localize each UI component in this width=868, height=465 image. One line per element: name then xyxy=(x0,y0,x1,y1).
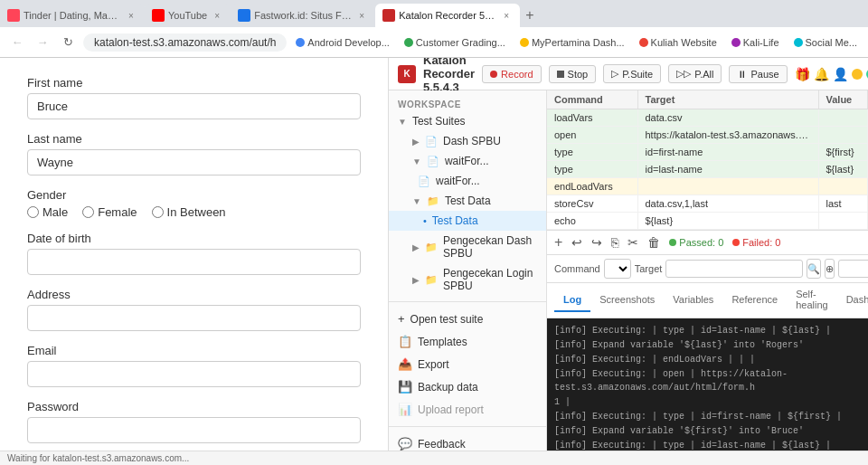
tab-fastwork-close[interactable]: × xyxy=(355,9,368,22)
reload-button[interactable]: ↻ xyxy=(58,33,78,52)
tab-fastwork-title: Fastwork.id: Situs Freelance... xyxy=(254,10,352,21)
tab-tinder[interactable]: Tinder | Dating, Make Frien... × xyxy=(0,4,145,27)
test-data-folder-label: Test Data xyxy=(445,195,491,207)
command-table: Command Target Value loadVars data.csv o… xyxy=(547,90,868,230)
sidebar-pengecekan-login[interactable]: ▶ 📁 Pengecekan Login SPBU xyxy=(389,263,546,296)
bookmark-pertamina[interactable]: MyPertamina Dash... xyxy=(516,35,628,50)
gender-male-radio[interactable] xyxy=(27,206,39,218)
feedback-icon: 💬 xyxy=(398,437,412,451)
feedback-label: Feedback xyxy=(418,438,466,451)
password-input[interactable] xyxy=(27,417,361,443)
target-search-button[interactable]: 🔍 xyxy=(807,259,821,279)
sidebar-dash-spbu[interactable]: ▶ 📄 Dash SPBU xyxy=(389,131,546,151)
tab-dashboard[interactable]: Dashboard xyxy=(837,289,868,312)
new-tab-button[interactable]: + xyxy=(520,4,539,27)
bookmark-customer[interactable]: Customer Grading... xyxy=(401,35,509,50)
gender-male-option[interactable]: Male xyxy=(27,205,68,219)
tab-tinder-close[interactable]: × xyxy=(125,9,137,22)
cmd-cell: storeCsv xyxy=(547,195,637,213)
address-bar[interactable] xyxy=(83,33,287,52)
test-data-active-icon: • xyxy=(423,215,427,226)
address-input[interactable] xyxy=(27,305,361,331)
play-suite-button[interactable]: ▷ P.Suite xyxy=(603,64,661,83)
cut-button[interactable]: ✂ xyxy=(627,235,638,250)
back-button[interactable]: ← xyxy=(7,33,27,52)
passed-status: Passed: 0 xyxy=(669,237,723,248)
last-name-input[interactable] xyxy=(27,149,361,176)
table-row[interactable]: echo ${last} xyxy=(547,213,868,230)
tab-screenshots[interactable]: Screenshots xyxy=(590,289,664,312)
sidebar-test-data-folder[interactable]: ▼ 📁 Test Data xyxy=(389,191,546,211)
table-row[interactable]: type id=last-name ${last} xyxy=(547,161,868,178)
passed-label: Passed: 0 xyxy=(679,237,723,248)
action-templates[interactable]: 📋 Templates xyxy=(389,330,546,353)
play-suite-label: P.Suite xyxy=(622,69,653,80)
bookmark-kali[interactable]: Kali-Life xyxy=(728,35,783,50)
sidebar-test-suites[interactable]: ▼ Test Suites xyxy=(389,111,546,131)
table-row[interactable]: type id=first-name ${first} xyxy=(547,144,868,161)
forward-button[interactable]: → xyxy=(33,33,52,52)
gender-female-radio[interactable] xyxy=(82,206,94,218)
bookmark-social[interactable]: Social Me... xyxy=(790,35,861,50)
last-name-label: Last name xyxy=(27,132,361,146)
tab-youtube[interactable]: YouTube × xyxy=(145,4,231,27)
gift-icon[interactable]: 🎁 xyxy=(795,67,810,81)
tab-variables[interactable]: Variables xyxy=(664,289,722,312)
value-input[interactable] xyxy=(838,260,868,278)
gender-inbetween-radio[interactable] xyxy=(152,206,164,218)
record-button[interactable]: Record xyxy=(482,65,541,83)
stop-button[interactable]: Stop xyxy=(549,65,597,83)
action-open-test-suite[interactable]: + Open test suite xyxy=(389,308,546,330)
failed-dot xyxy=(732,239,740,246)
gender-inbetween-option[interactable]: In Between xyxy=(152,205,226,219)
pause-button[interactable]: ⏸ Pause xyxy=(729,65,787,83)
tinder-favicon xyxy=(7,9,20,22)
user-icon[interactable]: 👤 xyxy=(833,67,848,81)
target-select-button[interactable]: ⊕ xyxy=(825,259,835,279)
table-row[interactable]: open https://katalon-test.s3.amazonaws.c… xyxy=(547,127,868,144)
sidebar-waitfor1[interactable]: ▼ 📄 waitFor... xyxy=(389,151,546,171)
pause-icon: ⏸ xyxy=(737,69,747,80)
action-backup[interactable]: 💾 Backup data xyxy=(389,375,546,398)
action-upload[interactable]: 📊 Upload report xyxy=(389,398,546,421)
sidebar-test-data-active[interactable]: • Test Data xyxy=(389,211,546,231)
tab-youtube-close[interactable]: × xyxy=(211,9,223,22)
action-feedback[interactable]: 💬 Feedback xyxy=(389,432,546,451)
sidebar-pengecekan-dash[interactable]: ▶ 📁 Pengecekan Dash SPBU xyxy=(389,231,546,263)
delete-button[interactable]: 🗑 xyxy=(647,235,660,250)
add-command-button[interactable]: + xyxy=(554,234,562,251)
value-cell xyxy=(818,178,868,195)
bookmark-kuliah[interactable]: Kuliah Website xyxy=(636,35,721,50)
command-select[interactable] xyxy=(604,259,631,279)
bookmark-android[interactable]: Android Develop... xyxy=(292,35,393,50)
sidebar-waitfor2[interactable]: 📄 waitFor... xyxy=(389,171,546,191)
tab-katalon-close[interactable]: × xyxy=(500,9,513,22)
tab-self-healing[interactable]: Self-healing xyxy=(787,283,836,318)
target-input[interactable] xyxy=(665,260,803,278)
table-row[interactable]: endLoadVars xyxy=(547,178,868,195)
email-field: Email xyxy=(27,344,361,387)
table-row[interactable]: storeCsv data.csv,1,last last xyxy=(547,195,868,213)
gender-female-option[interactable]: Female xyxy=(82,205,137,219)
copy-button[interactable]: ⎘ xyxy=(611,235,618,250)
bookmark-kali-label: Kali-Life xyxy=(743,37,779,48)
undo-button[interactable]: ↩ xyxy=(571,235,582,250)
action-export[interactable]: 📤 Export xyxy=(389,353,546,375)
first-name-label: First name xyxy=(27,76,361,90)
pengecekan-dash-arrow: ▶ xyxy=(412,242,420,252)
value-cell xyxy=(818,109,868,127)
tab-reference[interactable]: Reference xyxy=(722,289,787,312)
waitfor2-label: waitFor... xyxy=(436,175,480,187)
play-all-button[interactable]: ▷▷ P.All xyxy=(668,64,722,83)
tab-katalon[interactable]: Katalon Recorder 5.5.4.3 × xyxy=(375,4,520,27)
table-row[interactable]: loadVars data.csv xyxy=(547,109,868,127)
window-minimize[interactable] xyxy=(852,69,863,80)
address-label: Address xyxy=(27,288,361,301)
tab-log[interactable]: Log xyxy=(554,289,590,312)
redo-button[interactable]: ↪ xyxy=(591,235,602,250)
email-input[interactable] xyxy=(27,361,361,387)
bell-icon[interactable]: 🔔 xyxy=(814,67,829,81)
first-name-input[interactable] xyxy=(27,93,361,119)
dob-input[interactable] xyxy=(27,249,361,275)
tab-fastwork[interactable]: Fastwork.id: Situs Freelance... × xyxy=(231,4,375,27)
